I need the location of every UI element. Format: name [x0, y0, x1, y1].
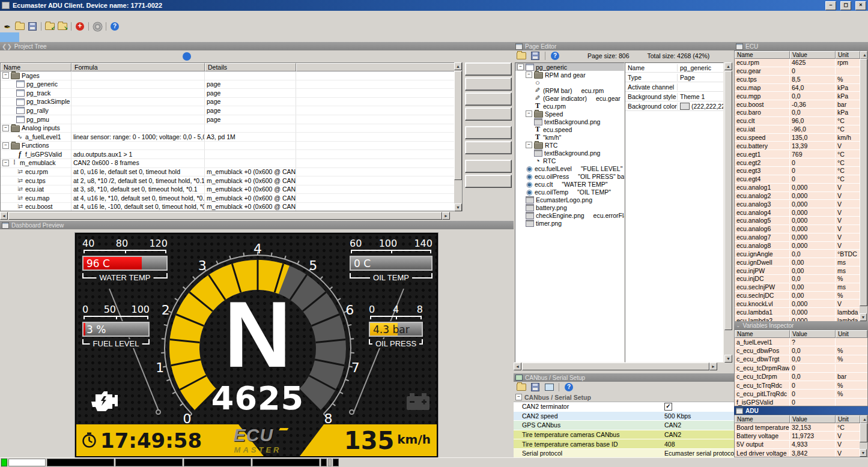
setting-row[interactable]: GPS CANbus ✓CAN2	[514, 421, 734, 430]
adu-channel-row[interactable]: Battery voltage11,9723V	[735, 432, 860, 440]
channel-row[interactable]: ecu.mgp0,0kPa	[735, 92, 860, 100]
action-button[interactable]	[465, 126, 512, 139]
page-tree-item[interactable]: − ecu.speed	[515, 125, 624, 133]
channel-row[interactable]: ecu.iat-96,0°C	[735, 125, 860, 134]
page-tree-item[interactable]: − ecu.oilPress"OIL PRESS" battery	[515, 172, 624, 180]
page-tree-item[interactable]: − battery.png	[515, 203, 624, 211]
page-tree-item[interactable]: − RPM and gear	[515, 71, 624, 79]
setting-row[interactable]: Tire temperature cameras CANbus ✓CAN2	[514, 430, 734, 440]
action-button[interactable]	[465, 92, 512, 106]
adu-vscrollbar[interactable]: ▼	[860, 423, 867, 457]
channel-row[interactable]: ecu.analog20,000V	[735, 192, 860, 200]
action-button[interactable]	[465, 175, 512, 188]
setting-row[interactable]: CAN2 speed ✓500 Kbps	[514, 412, 734, 421]
open-page-icon[interactable]	[516, 51, 527, 61]
variable-row[interactable]: c_ecu_dbwPos0,0%	[735, 346, 867, 355]
property-row[interactable]: Name pg_generic	[625, 63, 723, 73]
page-tree-item[interactable]: − (Gear indicator)ecu.gear	[515, 94, 624, 102]
adu-channel-row[interactable]: Board temperature32,153°C	[735, 423, 860, 432]
channel-row[interactable]: ecu.egt40°C	[735, 175, 860, 184]
table-row[interactable]: −pg_trackSimple page	[1, 98, 462, 107]
view-tab[interactable]	[38, 32, 58, 42]
page-tree-item[interactable]: − ecu.clt"WATER TEMP"	[515, 180, 624, 188]
close-button[interactable]: ×	[855, 1, 866, 10]
table-row[interactable]: −Functions	[1, 142, 462, 151]
canbus-group-header[interactable]: − CANbus / Serial Setup	[514, 393, 734, 402]
scroll-up-icon[interactable]: ▲	[860, 51, 867, 59]
channel-row[interactable]: ecu.gear0	[735, 67, 860, 76]
variable-row[interactable]: f_isGPSValid0	[735, 399, 867, 406]
page-tree-item[interactable]: − timer.png	[515, 219, 624, 227]
import-icon[interactable]: ↙	[44, 22, 55, 31]
action-button[interactable]	[465, 160, 512, 173]
column-header-formula[interactable]: Formula	[71, 63, 205, 71]
column-header-name[interactable]: Name	[1, 63, 71, 71]
connect-icon[interactable]: ✒	[2, 22, 13, 31]
table-row[interactable]: −ecu.iat at 3, s8, *10, default set 0, t…	[1, 185, 462, 194]
channel-row[interactable]: ecu.rpm4625rpm	[735, 59, 860, 67]
page-tree-item[interactable]: − EcumasterLogo.png	[515, 196, 624, 203]
table-row[interactable]: −ecu.tps at 2, u8, *10 /2, default set 0…	[1, 176, 462, 185]
menu-item[interactable]	[34, 15, 42, 16]
view-tab[interactable]	[58, 32, 77, 42]
channel-row[interactable]: ecu.analog60,000V	[735, 225, 860, 234]
channel-row[interactable]: ecu.secInjDC0,00%	[735, 292, 860, 300]
action-button[interactable]	[465, 141, 512, 154]
channel-row[interactable]: ecu.secInjPW0,00ms	[735, 283, 860, 292]
view-tab[interactable]	[0, 32, 19, 42]
property-row[interactable]: Type Page	[625, 73, 723, 82]
variable-row[interactable]: c_ecu_dbwTrgt0,0%	[735, 355, 867, 364]
page-tree-item[interactable]: − textBackground.png	[515, 149, 624, 157]
page-tree-item[interactable]: − "km/h"	[515, 133, 624, 141]
property-row[interactable]: Background color (222,222,222)	[625, 101, 723, 111]
project-tree-vscrollbar[interactable]: ▲▼	[454, 62, 462, 211]
channel-row[interactable]: ecu.boost-0,36bar	[735, 100, 860, 109]
help-icon[interactable]: ?	[563, 382, 574, 392]
table-row[interactable]: −pg_pmu page	[1, 115, 462, 124]
save-project-icon[interactable]	[27, 22, 38, 31]
property-row[interactable]: Background style Theme 1	[625, 92, 723, 101]
page-tree-item[interactable]: − pg_generic	[515, 63, 624, 71]
adu-channel-row[interactable]: 5V output4,933V	[735, 441, 860, 449]
variable-row[interactable]: c_ecu_tcTrqRdc0%	[735, 381, 867, 390]
action-button[interactable]	[465, 107, 512, 121]
table-row[interactable]: −Analog inputs	[1, 124, 462, 133]
table-row[interactable]: −ecu.rpm at 0, u16 le, default set 0, ti…	[1, 168, 462, 177]
save-icon[interactable]	[530, 382, 541, 392]
channel-row[interactable]: ecu.battery13,39V	[735, 142, 860, 150]
menu-item[interactable]	[25, 15, 34, 16]
channel-row[interactable]: ecu.clt96,0°C	[735, 117, 860, 125]
adu-channel-row[interactable]: Led driver voltage3,842V	[735, 449, 860, 457]
setting-row[interactable]: Tire temperature cameras base ID ✓408	[514, 439, 734, 449]
restore-button[interactable]: ◻	[840, 1, 851, 10]
channel-row[interactable]: ecu.analog80,000V	[735, 242, 860, 250]
table-row[interactable]: −ecu.map at 4, u16 le, *10, default set …	[1, 194, 462, 203]
tree-toolbar-icon[interactable]	[183, 52, 191, 61]
view-tab[interactable]	[19, 32, 38, 42]
action-button[interactable]	[465, 62, 512, 76]
channel-row[interactable]: ecu.lambda10,000lambda	[735, 308, 860, 316]
menu-item[interactable]	[8, 15, 17, 16]
channel-row[interactable]: ecu.ignDwell0,00ms	[735, 258, 860, 267]
property-row[interactable]: Activate channel	[625, 82, 723, 92]
channel-row[interactable]: ecu.injDC0,0%	[735, 275, 860, 283]
help-icon[interactable]: ?	[109, 22, 120, 31]
open-project-icon[interactable]	[14, 22, 25, 31]
page-tree-item[interactable]: − ecu.fuelLevel"FUEL LEVEL"	[515, 164, 624, 172]
channel-row[interactable]: ecu.ignAngle0,0°BTDC	[735, 250, 860, 258]
menu-item[interactable]	[17, 15, 25, 16]
channel-row[interactable]: ecu.baro0,0kPa	[735, 109, 860, 117]
action-button[interactable]	[465, 77, 512, 91]
table-row[interactable]: −pg_rally page	[1, 106, 462, 115]
menu-item[interactable]	[0, 15, 8, 16]
minimize-button[interactable]: –	[825, 1, 836, 10]
channel-row[interactable]: ecu.analog10,000V	[735, 184, 860, 192]
column-header-details[interactable]: Details	[205, 63, 296, 71]
help-icon[interactable]: ?	[550, 51, 560, 61]
channel-row[interactable]: ecu.tps8,5%	[735, 76, 860, 84]
table-row[interactable]: −m_emublack CAN2 0x600 - 8 frames	[1, 159, 462, 168]
page-editor-vscrollbar[interactable]: ▲▼	[724, 62, 732, 363]
channel-row[interactable]: ecu.speed135,0km/h	[735, 134, 860, 142]
ecu-vscrollbar[interactable]: ▼	[860, 59, 867, 321]
menu-item[interactable]	[50, 15, 59, 16]
